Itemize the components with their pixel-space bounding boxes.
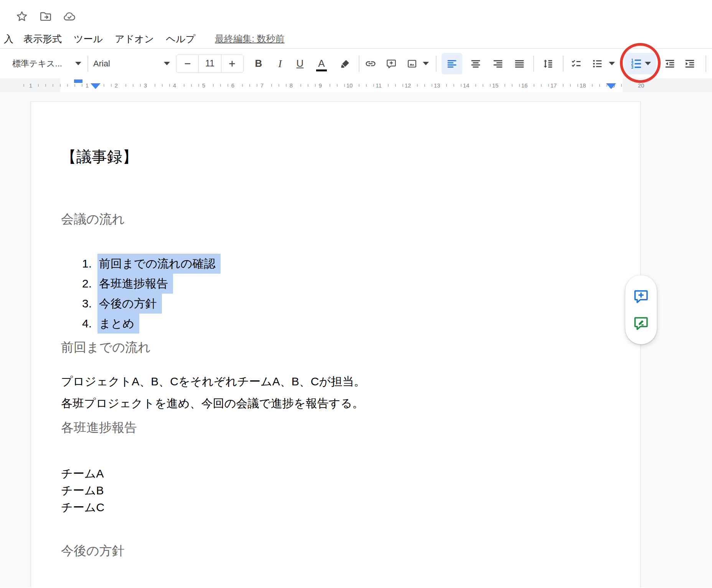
ruler-tick (286, 84, 287, 87)
paragraph-line[interactable]: 各班プロジェクトを進め、今回の会議で進捗を報告する。 (61, 392, 365, 414)
team-line[interactable]: チームB (61, 482, 104, 499)
page[interactable]: 【議事録】 会議の流れ 1. 前回までの流れの確認 2. 各班進捗報告 3. 今… (31, 101, 641, 588)
team-list[interactable]: チームA チームB チームC (61, 465, 104, 516)
list-item[interactable]: 3. 今後の方針 (31, 294, 640, 314)
bold-button[interactable]: B (250, 53, 267, 74)
menu-insert-partial[interactable]: 入 (4, 33, 13, 45)
line-spacing-button[interactable] (537, 53, 558, 74)
last-edit-link[interactable]: 最終編集: 数秒前 (215, 33, 284, 45)
ruler-tick (227, 84, 228, 87)
move-folder-icon[interactable] (39, 10, 52, 23)
ruler-tick (519, 84, 520, 87)
increase-indent-button[interactable] (680, 53, 699, 74)
decrease-indent-button[interactable] (660, 53, 679, 74)
paragraph-style-dropdown[interactable]: 標準テキス... (12, 53, 81, 74)
insert-link-button[interactable] (362, 53, 379, 74)
ruler-tick (446, 84, 447, 87)
align-right-button[interactable] (488, 53, 508, 74)
list-item[interactable]: 1. 前回までの流れの確認 (31, 254, 640, 274)
font-size-value[interactable]: 11 (198, 55, 221, 73)
right-indent-marker[interactable] (606, 83, 616, 89)
add-comment-floating-button[interactable] (633, 288, 649, 305)
align-left-button[interactable] (442, 53, 462, 74)
highlight-color-button[interactable] (336, 53, 354, 74)
menu-help[interactable]: ヘルプ (166, 33, 196, 45)
align-left-icon (446, 58, 458, 69)
add-comment-button[interactable] (382, 53, 400, 74)
numbered-list-button-active[interactable]: 1 2 3 (624, 53, 656, 74)
list-item[interactable]: 2. 各班進捗報告 (31, 274, 640, 294)
selected-list-text[interactable]: 前回までの流れの確認 (97, 254, 221, 274)
list-item[interactable]: 4. まとめ (31, 314, 640, 334)
image-icon (407, 58, 417, 69)
paragraph-previous-flow[interactable]: プロジェクトA、B、CをそれぞれチームA、B、Cが担当。 各班プロジェクトを進め… (61, 370, 365, 414)
paragraph-style-value: 標準テキス... (12, 58, 62, 69)
bulleted-list-dropdown[interactable] (607, 53, 617, 74)
justify-button[interactable] (509, 53, 530, 74)
ruler-tick (592, 84, 593, 87)
ruler-tick (388, 84, 389, 87)
heading-meeting-flow[interactable]: 会議の流れ (61, 211, 125, 228)
chevron-down-icon (609, 62, 615, 65)
ruler-tick (395, 84, 396, 87)
chevron-down-icon (423, 62, 429, 65)
ruler-number: 12 (405, 82, 411, 89)
ruler-number: 10 (346, 82, 353, 89)
ruler-tick (599, 84, 600, 87)
decrease-indent-icon (664, 58, 676, 69)
suggest-edits-button[interactable] (633, 315, 649, 332)
menu-format[interactable]: 表示形式 (23, 33, 62, 45)
ruler-tick (548, 84, 549, 87)
ruler-tick (475, 84, 476, 87)
ruler-tick (344, 84, 345, 87)
selected-list-text[interactable]: まとめ (97, 314, 139, 334)
ruler-tick (213, 84, 214, 87)
paragraph-line[interactable]: プロジェクトA、B、CをそれぞれチームA、B、Cが担当。 (61, 370, 365, 392)
font-dropdown[interactable]: Arial (93, 53, 170, 74)
team-line[interactable]: チームC (61, 499, 104, 516)
selected-list-text[interactable]: 各班進捗報告 (97, 274, 173, 294)
team-line[interactable]: チームA (61, 465, 104, 482)
toolbar-divider (436, 56, 437, 72)
decrease-font-size-button[interactable] (176, 55, 198, 73)
toolbar-divider (359, 56, 359, 72)
heading-future-policy[interactable]: 今後の方針 (61, 542, 125, 559)
ruler-tick (330, 84, 330, 87)
underline-button[interactable]: U (291, 53, 309, 74)
numbered-list-icon: 1 2 3 (630, 57, 643, 70)
list-number: 3. (31, 297, 92, 310)
ruler-tick (220, 84, 221, 87)
star-icon[interactable] (15, 10, 28, 23)
insert-image-button[interactable] (403, 53, 421, 74)
bulleted-list-button[interactable] (588, 53, 607, 74)
ruler-tick (621, 84, 622, 87)
checklist-button[interactable] (567, 53, 586, 74)
first-line-indent-marker[interactable] (74, 79, 82, 83)
list-number: 2. (31, 277, 92, 290)
doc-title[interactable]: 【議事録】 (61, 146, 138, 167)
titlebar (0, 0, 712, 29)
heading-previous-flow[interactable]: 前回までの流れ (61, 339, 151, 356)
selected-list-text[interactable]: 今後の方針 (97, 294, 162, 314)
italic-button[interactable]: I (271, 53, 289, 74)
text-color-button[interactable]: A (313, 53, 330, 74)
insert-image-dropdown[interactable] (421, 53, 431, 74)
suggest-edit-icon (633, 315, 649, 331)
menu-tools[interactable]: ツール (74, 33, 103, 45)
ruler-tick (60, 84, 61, 87)
left-indent-marker[interactable] (91, 83, 101, 89)
ruler-tick (45, 84, 46, 87)
cloud-saved-icon[interactable] (63, 10, 76, 23)
ruler-tick (191, 84, 192, 87)
ruler-tick (184, 84, 185, 87)
increase-font-size-button[interactable] (221, 55, 243, 73)
ruler-number: 2 (115, 82, 118, 89)
ruler-tick (424, 84, 425, 87)
ruler-tick (563, 84, 564, 87)
ruler-tick (74, 84, 75, 87)
ruler-number: 20 (638, 82, 644, 89)
menu-addons[interactable]: アドオン (115, 33, 154, 45)
heading-progress-report[interactable]: 各班進捗報告 (61, 419, 137, 436)
align-center-button[interactable] (465, 53, 486, 74)
increase-indent-icon (684, 58, 696, 69)
